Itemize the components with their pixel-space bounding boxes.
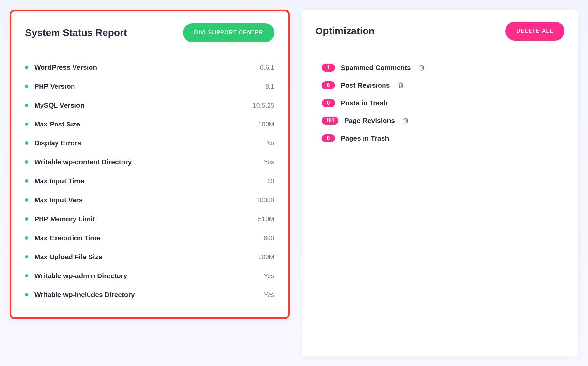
status-dot-icon (25, 104, 28, 107)
status-dot-icon (25, 274, 28, 277)
count-badge: 0 (322, 134, 335, 142)
status-value: No (266, 140, 274, 147)
status-row: PHP Version 8.1 (25, 77, 274, 96)
status-row: Max Execution Time 600 (25, 228, 274, 247)
count-badge: 0 (322, 99, 335, 107)
optimization-label: Posts in Trash (341, 99, 388, 107)
count-badge: 6 (322, 81, 335, 89)
delete-all-button[interactable]: DELETE ALL (505, 22, 564, 41)
status-row: Max Upload File Size 100M (25, 247, 274, 266)
status-label: PHP Memory Limit (34, 215, 95, 223)
status-row: WordPress Version 6.6.1 (25, 58, 274, 77)
status-dot-icon (25, 141, 28, 145)
optimization-header: Optimization DELETE ALL (315, 22, 564, 41)
status-label: MySQL Version (34, 101, 85, 109)
divi-support-center-button[interactable]: DIVI SUPPORT CENTER (183, 23, 274, 42)
status-label: Max Input Time (34, 177, 84, 185)
status-label: Writable wp-includes Directory (34, 291, 135, 299)
optimization-row: 0 Posts in Trash (315, 94, 564, 112)
status-dot-icon (25, 123, 28, 126)
status-value: 6.6.1 (260, 64, 274, 71)
status-dot-icon (25, 179, 28, 183)
status-value: 8.1 (265, 83, 274, 90)
status-label: Max Execution Time (34, 234, 100, 242)
status-value: 10000 (256, 196, 274, 204)
optimization-label: Spammed Comments (341, 64, 411, 72)
status-value: 10.5.25 (253, 102, 274, 109)
status-row: MySQL Version 10.5.25 (25, 96, 274, 115)
status-dot-icon (25, 85, 28, 88)
status-row: Display Errors No (25, 134, 274, 153)
status-value: Yes (264, 158, 274, 166)
status-value: 100M (258, 121, 274, 128)
status-row: Max Input Vars 10000 (25, 191, 274, 209)
status-value: 510M (258, 215, 274, 223)
status-value: Yes (264, 291, 274, 299)
status-label: WordPress Version (34, 63, 97, 71)
status-label: Display Errors (34, 139, 81, 147)
status-label: Writable wp-content Directory (34, 158, 132, 166)
status-dot-icon (25, 160, 28, 164)
status-dot-icon (25, 293, 28, 296)
trash-icon[interactable] (402, 117, 409, 124)
status-row: PHP Memory Limit 510M (25, 209, 274, 228)
status-row: Writable wp-content Directory Yes (25, 153, 274, 172)
status-label: Max Upload File Size (34, 253, 102, 261)
status-label: Max Input Vars (34, 196, 83, 204)
status-dot-icon (25, 66, 28, 69)
optimization-row: 6 Post Revisions (315, 76, 564, 94)
status-label: PHP Version (34, 82, 75, 90)
trash-icon[interactable] (418, 64, 425, 71)
system-status-title: System Status Report (25, 27, 127, 38)
optimization-title: Optimization (315, 25, 375, 37)
status-value: 100M (258, 253, 274, 261)
status-dot-icon (25, 198, 28, 202)
optimization-row: 0 Pages in Trash (315, 129, 564, 147)
optimization-label: Pages in Trash (341, 134, 389, 142)
optimization-label: Post Revisions (341, 81, 390, 89)
status-value: Yes (264, 272, 274, 280)
status-label: Writable wp-admin Directory (34, 272, 127, 280)
optimization-row: 181 Page Revisions (315, 112, 564, 129)
optimization-list: 1 Spammed Comments 6 Post Revisions 0 Po… (315, 56, 564, 147)
status-dot-icon (25, 217, 28, 221)
status-label: Max Post Size (34, 120, 80, 128)
count-badge: 1 (322, 64, 335, 72)
status-value: 600 (264, 234, 274, 242)
system-status-list: WordPress Version 6.6.1 PHP Version 8.1 … (25, 58, 274, 304)
status-dot-icon (25, 236, 28, 240)
status-dot-icon (25, 255, 28, 258)
status-row: Writable wp-admin Directory Yes (25, 266, 274, 285)
status-row: Writable wp-includes Directory Yes (25, 285, 274, 304)
count-badge: 181 (322, 117, 338, 125)
optimization-label: Page Revisions (344, 117, 395, 125)
trash-icon[interactable] (397, 82, 404, 89)
status-row: Max Input Time 60 (25, 172, 274, 191)
optimization-row: 1 Spammed Comments (315, 59, 564, 76)
system-status-card: System Status Report DIVI SUPPORT CENTER… (10, 10, 290, 319)
system-status-header: System Status Report DIVI SUPPORT CENTER (25, 23, 274, 42)
status-row: Max Post Size 100M (25, 115, 274, 134)
optimization-card: Optimization DELETE ALL 1 Spammed Commen… (302, 10, 578, 356)
status-value: 60 (267, 177, 274, 185)
